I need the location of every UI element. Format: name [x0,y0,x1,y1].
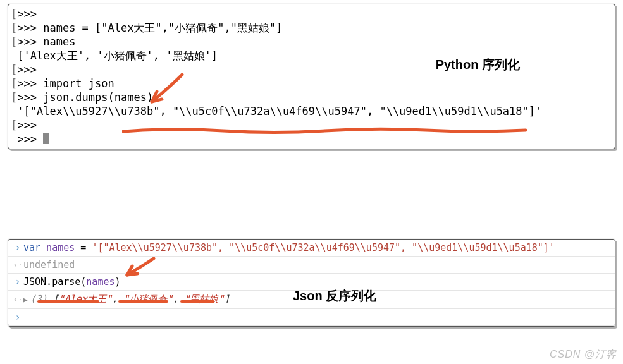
input-caret-icon: › [15,241,20,255]
input-caret-icon: › [15,310,20,324]
output-caret-icon: ‹· [13,258,23,272]
expand-triangle-icon[interactable]: ▶ [23,296,28,304]
js-console: › var names = '["Alex\\u5927\\u738b", "\… [8,239,615,327]
terminal-line: >>> [8,132,615,146]
output-caret-icon: ‹· [13,293,23,306]
terminal-line: [>>> [8,118,615,132]
terminal-line: ['Alex大王', '小猪佩奇', '黑姑娘'] [8,49,615,63]
terminal-line: [>>> [8,7,615,21]
terminal-line: [>>> names = ["Alex大王","小猪佩奇","黑姑娘"] [8,21,615,35]
terminal-line: [>>> names [8,35,615,49]
terminal-line: [>>> [8,63,615,76]
terminal-line: [>>> import json [8,76,615,90]
console-row: › var names = '["Alex\\u5927\\u738b", "\… [8,240,615,257]
cursor-icon [43,133,49,144]
python-terminal: [>>> [>>> names = ["Alex大王","小猪佩奇","黑姑娘"… [8,4,615,149]
watermark: CSDN @汀客 [550,348,617,361]
input-caret-icon: › [15,275,20,289]
console-row: ‹· undefined [8,257,615,274]
python-label: Python 序列化 [436,56,520,73]
terminal-line: '["Alex\\u5927\\u738b", "\\u5c0f\\u732a\… [8,104,615,118]
terminal-line: [>>> json.dumps(names) [8,90,615,104]
json-label: Json 反序列化 [293,288,376,305]
console-row[interactable]: › [8,309,615,326]
